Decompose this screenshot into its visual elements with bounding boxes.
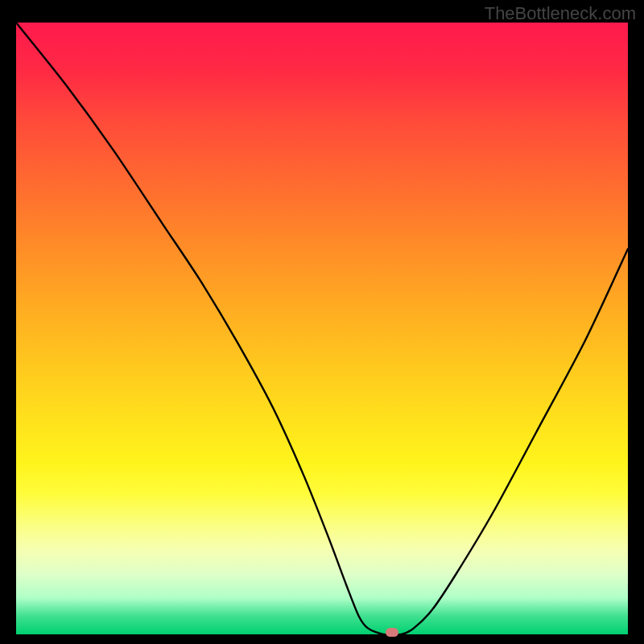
chart-frame: [16, 23, 628, 634]
plot-area: [16, 23, 628, 634]
optimal-point-marker: [386, 628, 398, 637]
watermark-text: TheBottleneck.com: [485, 3, 636, 24]
bottleneck-curve: [16, 23, 628, 634]
